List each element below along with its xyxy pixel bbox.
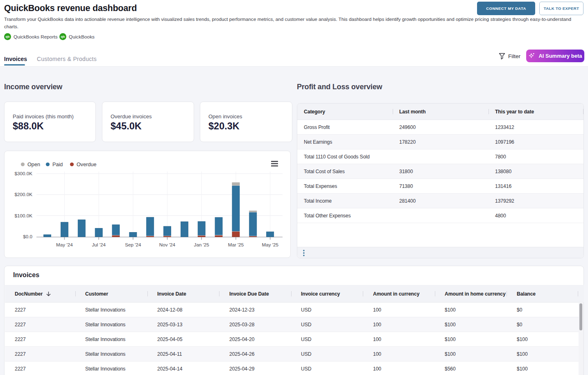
- svg-text:Open: Open: [27, 162, 40, 167]
- svg-text:$200.0K: $200.0K: [14, 192, 32, 197]
- svg-text:Jan '25: Jan '25: [194, 242, 210, 247]
- svg-text:May '25: May '25: [262, 242, 278, 247]
- svg-text:Sep '24: Sep '24: [125, 242, 141, 247]
- svg-text:$0.0: $0.0: [23, 234, 32, 239]
- svg-text:$300.0K: $300.0K: [14, 171, 32, 176]
- svg-text:$100.0K: $100.0K: [14, 213, 32, 218]
- svg-text:Nov '24: Nov '24: [159, 242, 176, 247]
- svg-text:Mar '25: Mar '25: [228, 242, 244, 247]
- svg-text:Paid: Paid: [52, 162, 63, 167]
- svg-text:May '24: May '24: [56, 242, 73, 247]
- svg-text:Overdue: Overdue: [77, 162, 97, 167]
- svg-text:Jul '24: Jul '24: [92, 242, 106, 247]
